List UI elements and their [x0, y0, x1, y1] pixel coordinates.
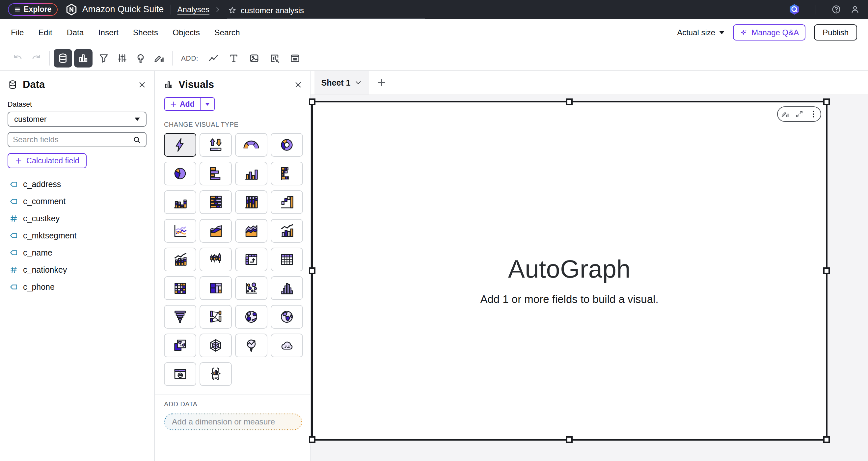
visual-type-word-cloud-icon[interactable] [271, 334, 303, 357]
resize-handle[interactable] [823, 436, 830, 443]
visual-type-insights-visual-icon[interactable] [235, 334, 268, 357]
autograph-visual[interactable]: AutoGraph Add 1 or more fields to build … [311, 101, 828, 440]
field-name: c_address [23, 180, 61, 189]
menu-item-insert[interactable]: Insert [98, 28, 118, 37]
visual-type-filled-map-icon[interactable] [271, 305, 303, 329]
visual-type-table-icon[interactable] [271, 248, 303, 271]
search-icon[interactable] [132, 135, 141, 144]
visual-type-combo-icon[interactable] [271, 219, 303, 243]
visual-type-stacked-area-icon[interactable] [235, 219, 268, 243]
resize-handle[interactable] [566, 98, 572, 105]
visual-type-radar-icon[interactable] [199, 334, 232, 357]
visual-type-waterfall-icon[interactable] [271, 190, 303, 214]
analysis-title-field[interactable]: customer analysis [227, 3, 425, 19]
data-button[interactable] [54, 49, 72, 67]
chevron-down-icon[interactable] [354, 79, 362, 87]
edit-visual-icon[interactable] [781, 110, 789, 119]
visual-type-bar-vertical-icon[interactable] [235, 162, 268, 185]
visual-type-gauge-icon[interactable] [235, 133, 268, 157]
text-box-button[interactable] [224, 49, 243, 67]
visual-type-stacked-combo-icon[interactable] [164, 248, 196, 271]
search-fields-input[interactable] [13, 135, 132, 144]
visual-type-area-icon[interactable] [199, 219, 232, 243]
resize-handle[interactable] [823, 98, 830, 105]
field-c_name[interactable]: c_name [7, 244, 147, 261]
add-visual-dropdown[interactable] [200, 98, 214, 110]
visual-type-stacked100-bar-horizontal-icon[interactable] [199, 190, 232, 214]
field-name: c_mktsegment [23, 231, 77, 240]
visual-type-funnel-icon[interactable] [164, 305, 196, 329]
sheet-tab[interactable]: Sheet 1 [314, 71, 369, 94]
insights-button[interactable] [131, 49, 150, 67]
visual-type-tree-map-icon[interactable] [199, 276, 232, 300]
visual-type-points-on-map-icon[interactable] [235, 305, 268, 329]
add-sheet-button[interactable] [376, 78, 387, 88]
kebab-menu-icon[interactable] [809, 110, 818, 119]
publish-button[interactable]: Publish [814, 24, 857, 40]
redo-button[interactable] [27, 49, 45, 67]
field-c_custkey[interactable]: c_custkey [7, 210, 147, 227]
field-c_nationkey[interactable]: c_nationkey [7, 261, 147, 278]
close-icon[interactable] [294, 80, 303, 89]
manage-qa-button[interactable]: Manage Q&A [733, 24, 805, 40]
filter-button[interactable] [94, 49, 113, 67]
user-icon[interactable] [850, 4, 860, 14]
close-icon[interactable] [137, 80, 147, 89]
analysis-title[interactable]: customer analysis [241, 6, 304, 15]
menu-item-search[interactable]: Search [214, 28, 240, 37]
help-icon[interactable] [831, 4, 841, 14]
menu-item-sheets[interactable]: Sheets [133, 28, 158, 37]
visual-type-pie-icon[interactable] [164, 162, 196, 185]
visual-type-sankey-icon[interactable] [199, 305, 232, 329]
add-visual-split-button[interactable]: Add [164, 97, 215, 111]
visuals-button[interactable] [74, 49, 93, 67]
visual-type-histogram-icon[interactable] [271, 276, 303, 300]
visual-type-autograph-icon[interactable] [164, 133, 196, 157]
menu-item-file[interactable]: File [11, 28, 24, 37]
field-c_comment[interactable]: c_comment [7, 193, 147, 210]
visual-type-kpi-icon[interactable] [199, 133, 232, 157]
resize-handle[interactable] [823, 267, 830, 274]
visual-type-stacked-bar-horizontal-icon[interactable] [271, 162, 303, 185]
add-visual-button[interactable]: Add [165, 98, 200, 110]
visual-type-narrative-icon[interactable] [199, 362, 232, 386]
visual-type-pivot-table-icon[interactable] [235, 248, 268, 271]
field-c_address[interactable]: c_address [7, 176, 147, 193]
resize-handle[interactable] [309, 98, 315, 105]
visual-type-donut-icon[interactable] [271, 133, 303, 157]
resize-handle[interactable] [309, 436, 315, 443]
parameter-controls-button[interactable] [113, 49, 131, 67]
visual-import-button[interactable] [266, 49, 284, 67]
zoom-level-select[interactable]: Actual size [677, 28, 724, 37]
explore-button[interactable]: Explore [8, 3, 58, 16]
field-c_phone[interactable]: c_phone [7, 278, 147, 295]
undo-button[interactable] [8, 49, 27, 67]
visual-type-box-plot-icon[interactable] [199, 248, 232, 271]
visual-type-grid [164, 133, 303, 386]
resize-handle[interactable] [566, 436, 572, 443]
star-icon[interactable] [228, 6, 237, 15]
calculated-field-button[interactable]: Calculated field [7, 153, 87, 168]
resize-handle[interactable] [309, 267, 315, 274]
maximize-icon[interactable] [795, 110, 804, 119]
visual-type-stacked-bar-vertical-icon[interactable] [164, 190, 196, 214]
breadcrumb-analyses[interactable]: Analyses [178, 5, 210, 14]
analysis-edit-button[interactable] [150, 49, 168, 67]
add-visual-button[interactable] [204, 49, 223, 67]
image-button[interactable] [245, 49, 264, 67]
field-c_mktsegment[interactable]: c_mktsegment [7, 227, 147, 244]
visual-type-scatter-icon[interactable] [235, 276, 268, 300]
visual-type-line-icon[interactable] [164, 219, 196, 243]
menu-item-data[interactable]: Data [67, 28, 84, 37]
visual-type-bar-horizontal-icon[interactable] [199, 162, 232, 185]
q-assistant-icon[interactable] [788, 3, 801, 16]
menu-item-objects[interactable]: Objects [173, 28, 200, 37]
visual-type-heat-map-icon[interactable] [164, 276, 196, 300]
visual-type-stacked100-bar-vertical-icon[interactable] [235, 190, 268, 214]
menu-item-edit[interactable]: Edit [38, 28, 52, 37]
add-dimension-measure-dropzone[interactable]: Add a dimension or measure [164, 413, 302, 430]
embedded-content-button[interactable] [286, 49, 304, 67]
visual-type-custom-visual-icon[interactable] [164, 362, 196, 386]
dataset-select[interactable]: customer [7, 112, 147, 127]
visual-type-map-icon[interactable] [164, 334, 196, 357]
